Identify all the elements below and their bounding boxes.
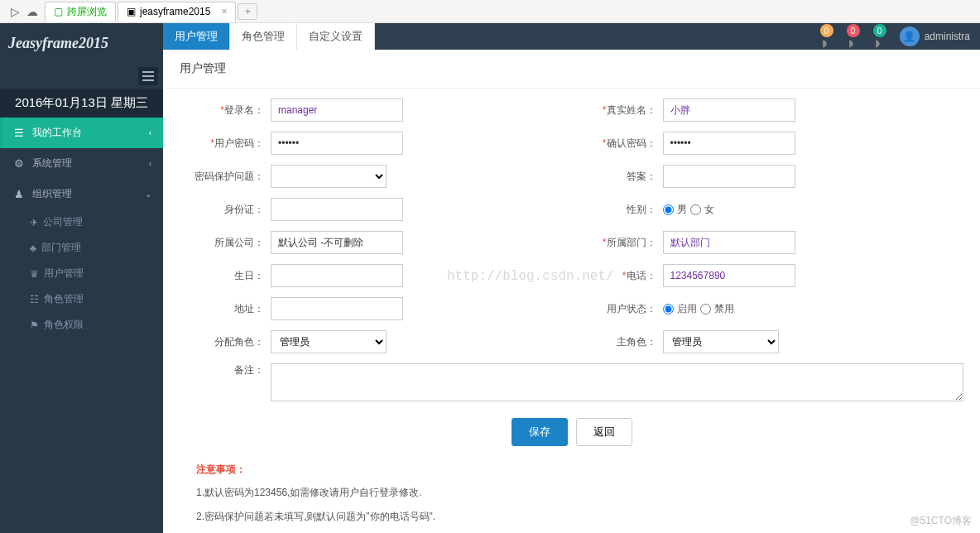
page-title: 用户管理 — [163, 50, 980, 89]
label-question: 密码保护问题： — [180, 170, 271, 184]
label-assign-role: 分配角色： — [180, 335, 271, 349]
dot-icon: ◗ — [875, 37, 880, 49]
label-answer: 答案： — [572, 170, 663, 184]
browser-tab-2[interactable]: ▣ jeasyframe2015 × — [118, 2, 236, 22]
sidebar: Jeasyframe2015 2016年01月13日 星期三 ☰ 我的工作台 ‹… — [0, 23, 163, 533]
notif-3[interactable]: 0◗ — [873, 24, 886, 49]
nav-sub-role[interactable]: ☷角色管理 — [0, 286, 163, 312]
input-company[interactable] — [271, 231, 403, 254]
notes-section: 注意事项： 1.默认密码为123456,如需修改请用户自行登录修改. 2.密码保… — [180, 463, 963, 533]
notif-2[interactable]: 0◗ — [847, 24, 860, 49]
label-phone: *电话： — [572, 269, 663, 283]
nav-sub-user[interactable]: ♛用户管理 — [0, 261, 163, 286]
browser-tab-1[interactable]: ▢ 跨屏浏览 — [45, 2, 116, 22]
radio-female[interactable] — [690, 204, 701, 215]
logo: Jeasyframe2015 — [0, 23, 163, 64]
label-status: 用户状态： — [572, 302, 663, 316]
list-icon: ☰ — [14, 127, 26, 139]
note-1: 1.默认密码为123456,如需修改请用户自行登录修改. — [196, 485, 947, 501]
tab-label: jeasyframe2015 — [140, 6, 210, 17]
label-password: *用户密码： — [180, 137, 271, 151]
label-confirm: *确认密码： — [572, 137, 663, 151]
label-main-role: 主角色： — [572, 335, 663, 349]
username: administra — [925, 31, 970, 42]
input-login[interactable] — [271, 98, 403, 122]
nav-workbench[interactable]: ☰ 我的工作台 ‹ — [0, 118, 163, 148]
label-gender: 性别： — [572, 203, 663, 217]
nav-label: 组织管理 — [32, 187, 72, 201]
main-area: 用户管理 角色管理 自定义设置 0◗ 0◗ 0◗ 👤 administra 用户… — [163, 23, 980, 533]
user-menu[interactable]: 👤 administra — [900, 26, 970, 46]
textarea-remark[interactable] — [271, 363, 963, 401]
cto-watermark: @51CTO博客 — [910, 514, 972, 528]
input-dept[interactable] — [663, 231, 795, 254]
input-phone[interactable] — [663, 264, 795, 287]
radio-gender: 男 女 — [663, 203, 714, 217]
label-remark: 备注： — [180, 363, 271, 401]
label-company: 所属公司： — [180, 236, 271, 250]
radio-enable[interactable] — [663, 304, 674, 315]
group-icon: ♣ — [30, 242, 36, 254]
notif-1[interactable]: 0◗ — [820, 24, 833, 49]
nav-sub-dept[interactable]: ♣部门管理 — [0, 235, 163, 261]
gear-icon: ⚙ — [14, 157, 26, 170]
tab-icon: ▢ — [54, 6, 63, 17]
radio-status: 启用 禁用 — [663, 302, 734, 316]
input-idcard[interactable] — [271, 198, 403, 221]
input-address[interactable] — [271, 297, 403, 320]
nav-label: 我的工作台 — [32, 126, 82, 140]
tab-custom[interactable]: 自定义设置 — [297, 23, 375, 50]
label-idcard: 身份证： — [180, 203, 271, 217]
new-tab-button[interactable]: + — [238, 3, 257, 20]
note-2: 2.密码保护问题若未填写,则默认问题为"你的电话号码". — [196, 509, 947, 525]
notes-title: 注意事项： — [196, 463, 947, 477]
nav-sub-company[interactable]: ✈公司管理 — [0, 209, 163, 235]
nav-label: 系统管理 — [32, 156, 72, 170]
chevron-left-icon: ‹ — [149, 159, 151, 168]
tab-label: 跨屏浏览 — [67, 5, 107, 19]
input-answer[interactable] — [663, 165, 795, 188]
perm-icon: ⚑ — [30, 319, 39, 331]
nav-org[interactable]: ♟ 组织管理 ⌄ — [0, 179, 163, 209]
avatar-icon: 👤 — [900, 26, 920, 46]
paperplane-icon: ✈ — [30, 217, 38, 228]
cloud-icon[interactable]: ☁ — [26, 5, 38, 18]
label-realname: *真实姓名： — [572, 103, 663, 118]
label-dept: *所属部门： — [572, 236, 663, 250]
label-address: 地址： — [180, 302, 271, 316]
chevron-left-icon: ‹ — [149, 128, 151, 137]
nav-sub-perm[interactable]: ⚑角色权限 — [0, 312, 163, 338]
input-birthday[interactable] — [271, 264, 403, 287]
radio-disable[interactable] — [700, 304, 711, 315]
sidebar-toggle[interactable] — [138, 67, 158, 85]
nav-system[interactable]: ⚙ 系统管理 ‹ — [0, 148, 163, 179]
select-question[interactable] — [271, 165, 387, 188]
tab-icon: ▣ — [127, 6, 136, 17]
dot-icon: ◗ — [822, 37, 827, 49]
select-assign-role[interactable]: 管理员 — [271, 330, 387, 353]
radio-male[interactable] — [663, 204, 674, 215]
user-icon: ♛ — [30, 268, 39, 280]
role-icon: ☷ — [30, 294, 39, 305]
back-button[interactable]: 返回 — [576, 418, 632, 446]
tab-user-mgmt[interactable]: 用户管理 — [163, 23, 230, 50]
dot-icon: ◗ — [848, 37, 853, 49]
close-icon[interactable]: × — [221, 6, 227, 17]
play-icon[interactable]: ▷ — [11, 5, 20, 18]
users-icon: ♟ — [14, 188, 26, 200]
browser-chrome: ▷ ☁ ▢ 跨屏浏览 ▣ jeasyframe2015 × + — [0, 0, 980, 23]
label-login: *登录名： — [180, 103, 271, 118]
select-main-role[interactable]: 管理员 — [663, 330, 779, 353]
save-button[interactable]: 保存 — [512, 418, 568, 446]
input-confirm[interactable] — [663, 132, 795, 155]
chevron-down-icon: ⌄ — [145, 190, 151, 199]
input-password[interactable] — [271, 132, 403, 155]
browser-nav-icons: ▷ ☁ — [4, 5, 45, 18]
topbar: 用户管理 角色管理 自定义设置 0◗ 0◗ 0◗ 👤 administra — [163, 23, 980, 50]
input-realname[interactable] — [663, 98, 795, 122]
date-display: 2016年01月13日 星期三 — [0, 89, 163, 118]
tab-role-mgmt[interactable]: 角色管理 — [230, 23, 297, 50]
user-form: *登录名： *真实姓名： *用户密码： *确认密码： — [163, 89, 980, 533]
label-birthday: 生日： — [180, 269, 271, 283]
